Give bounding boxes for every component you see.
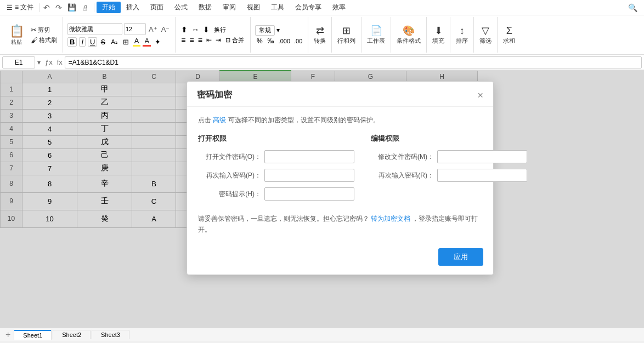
menu-icon: ☰	[7, 4, 13, 12]
cut-btn[interactable]: ✂剪切	[29, 25, 59, 35]
search-btn[interactable]: 🔍	[624, 2, 642, 13]
insert-tab[interactable]: 插入	[121, 2, 145, 13]
align-right-btn[interactable]: ≡	[197, 36, 204, 44]
align-middle-btn[interactable]: ↔	[190, 25, 200, 34]
sum-icon: Σ	[506, 25, 512, 37]
open-password-label: 打开文件密码(O)：	[198, 152, 261, 162]
view-tab[interactable]: 视图	[241, 2, 265, 13]
decimal-00-btn[interactable]: .00	[293, 38, 303, 44]
file-label: ≡ 文件	[15, 3, 33, 12]
convert-icon: ⇄	[316, 25, 324, 37]
convert-btn[interactable]: ⇄ 转换	[312, 24, 328, 46]
indent-decrease-btn[interactable]: ⇤	[205, 36, 213, 44]
add-sheet-btn[interactable]: +	[2, 330, 14, 339]
strikethrough-btn[interactable]: S̶	[99, 38, 107, 46]
font-family-select[interactable]	[67, 23, 122, 35]
cell-reference-input[interactable]	[2, 56, 35, 68]
fx-label: fx	[57, 58, 63, 66]
redo-btn[interactable]: ↷	[53, 2, 65, 13]
dialog-footer: 应用	[187, 244, 493, 275]
open-password-field: 打开文件密码(O)：	[198, 150, 354, 163]
filter-icon: ▽	[482, 25, 489, 37]
sheet-tab-1[interactable]: Sheet1	[14, 330, 52, 340]
vip-tab[interactable]: 会员专享	[290, 2, 327, 13]
review-tab[interactable]: 审阅	[217, 2, 241, 13]
edit-password-label: 修改文件密码(M)：	[371, 152, 434, 162]
tools-tab[interactable]: 工具	[265, 2, 290, 13]
expand-icon[interactable]: ▾	[37, 59, 41, 66]
open-rights-title: 打开权限	[198, 134, 354, 144]
dialog-encrypt-link[interactable]: 转为加密文档	[371, 215, 410, 222]
home-tab[interactable]: 开始	[97, 2, 121, 13]
paste-btn[interactable]: 📋 粘贴	[7, 23, 26, 47]
dialog-close-btn[interactable]: ×	[477, 90, 483, 100]
open-reenter-field: 再次输入密码(P)：	[198, 169, 354, 182]
sum-btn[interactable]: Σ 求和	[501, 24, 517, 46]
edit-reenter-input[interactable]	[437, 169, 527, 182]
fill-color-btn[interactable]: A	[133, 37, 141, 47]
font-color-btn[interactable]: A	[143, 37, 151, 47]
sort-btn[interactable]: ↕ 排序	[454, 24, 470, 46]
work-table-btn[interactable]: 📄 工作表	[365, 24, 387, 46]
edit-rights-title: 编辑权限	[371, 134, 527, 144]
align-left-btn[interactable]: ≡	[180, 36, 187, 44]
align-bottom-btn[interactable]: ⬇	[202, 25, 211, 34]
filter-btn[interactable]: ▽ 筛选	[477, 24, 494, 46]
bold-btn[interactable]: B	[67, 37, 77, 47]
sort-icon: ↕	[460, 25, 465, 37]
align-center-btn[interactable]: ≡	[189, 36, 195, 44]
dialog-overlay: 密码加密 × 点击 高级 可选择不同的加密类型，设置不同级别的密码保护。 打开权…	[0, 70, 644, 328]
wrap-text-btn[interactable]: 换行	[212, 26, 228, 34]
condition-format-btn[interactable]: 🎨 条件格式	[394, 24, 423, 46]
indent-increase-btn[interactable]: ⇥	[214, 36, 222, 44]
dialog-note: 请妥善保管密码，一旦遗忘，则无法恢复。担心忘记密码？ 转为加密文档 ，登录指定账…	[198, 214, 482, 235]
sheet-tab-3[interactable]: Sheet3	[92, 330, 129, 339]
efficiency-tab[interactable]: 效率	[327, 2, 351, 13]
align-top-btn[interactable]: ⬆	[180, 25, 189, 34]
dialog-advanced-link[interactable]: 高级	[213, 116, 226, 124]
condition-format-icon: 🎨	[403, 25, 415, 37]
undo-btn[interactable]: ↶	[41, 2, 53, 13]
format-painter-icon: 🖌	[31, 36, 38, 44]
edit-password-input[interactable]	[437, 150, 527, 163]
formula-input[interactable]	[65, 56, 642, 68]
merge-cells-btn[interactable]: ⊡ 合并	[224, 36, 246, 44]
clear-format-btn[interactable]: ✦	[153, 38, 162, 46]
apply-btn[interactable]: 应用	[438, 248, 483, 266]
paste-icon: 📋	[9, 24, 24, 38]
edit-password-field: 修改文件密码(M)：	[371, 150, 527, 163]
sheet-tab-2[interactable]: Sheet2	[53, 330, 91, 339]
fill-btn[interactable]: ⬇ 填充	[430, 24, 447, 46]
percent-btn[interactable]: %	[255, 37, 264, 45]
open-password-input[interactable]	[264, 150, 354, 163]
formula-function-icon[interactable]: ƒx	[43, 58, 55, 66]
thousands-btn[interactable]: ‰	[266, 37, 276, 45]
row-col-btn[interactable]: ⊞ 行和列	[335, 24, 358, 46]
num-format-select[interactable]: 常规	[255, 25, 275, 36]
dialog-body: 点击 高级 可选择不同的加密类型，设置不同级别的密码保护。 打开权限 打开文件密…	[187, 107, 493, 244]
font-size-increase-btn[interactable]: A⁺	[148, 25, 159, 33]
font-size-input[interactable]	[124, 23, 146, 35]
save-btn[interactable]: 💾	[65, 2, 79, 13]
fill-icon: ⬇	[434, 25, 443, 37]
italic-btn[interactable]: I	[79, 37, 86, 47]
open-hint-field: 密码提示(H)：	[198, 187, 354, 201]
border-btn[interactable]: ⊞	[121, 38, 131, 46]
data-tab[interactable]: 数据	[193, 2, 217, 13]
edit-reenter-field: 再次输入密码(R)：	[371, 169, 527, 182]
underline-btn[interactable]: U	[88, 37, 97, 47]
format-painter-btn[interactable]: 🖌格式刷	[29, 36, 59, 45]
edit-rights-section: 编辑权限 修改文件密码(M)： 再次输入密码(R)：	[371, 134, 527, 206]
font-size-decrease-btn[interactable]: A⁻	[160, 25, 171, 33]
dialog-title: 密码加密	[197, 89, 232, 101]
subscript-btn[interactable]: A₂	[109, 38, 118, 45]
print-btn[interactable]: 🖨	[79, 2, 92, 13]
file-menu-item[interactable]: ☰ ≡ 文件	[2, 2, 38, 13]
open-hint-input[interactable]	[264, 187, 354, 201]
dialog-description: 点击 高级 可选择不同的加密类型，设置不同级别的密码保护。	[198, 116, 482, 125]
open-reenter-input[interactable]	[264, 169, 354, 182]
page-tab[interactable]: 页面	[145, 2, 169, 13]
decimal-000-btn[interactable]: .000	[278, 38, 291, 44]
formula-tab[interactable]: 公式	[169, 2, 193, 13]
num-format-dropdown[interactable]: ▾	[276, 26, 280, 34]
